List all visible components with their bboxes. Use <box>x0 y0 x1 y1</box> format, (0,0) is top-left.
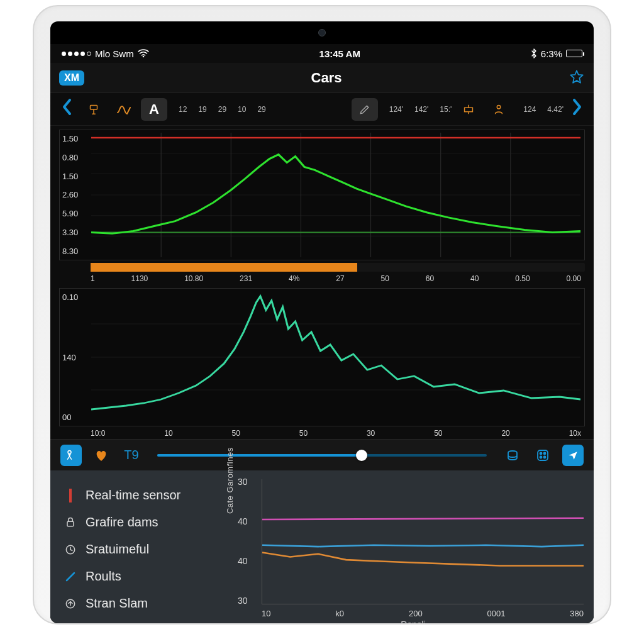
chart-middle-plot <box>91 291 580 423</box>
xtick: 10.80 <box>184 274 203 283</box>
tick: 12 <box>179 105 187 114</box>
bluetooth-icon <box>531 48 537 58</box>
lock-icon <box>63 516 78 529</box>
chart-top-plot <box>91 133 580 257</box>
tool-signpost-icon[interactable] <box>80 98 107 121</box>
slider-fill <box>157 454 362 457</box>
tick: 10 <box>238 105 246 114</box>
tool-person-icon[interactable] <box>486 98 512 121</box>
ctrl-heart-icon[interactable] <box>91 445 112 466</box>
ytick: 40 <box>238 556 259 566</box>
time-progress-fill <box>91 263 357 272</box>
ytick: 1.50 <box>62 134 89 143</box>
favorite-button[interactable] <box>569 69 585 87</box>
tick: 29 <box>257 105 265 114</box>
tool-target-icon[interactable] <box>455 98 482 121</box>
xtick: 1130 <box>131 274 148 283</box>
xtick: k0 <box>335 609 344 618</box>
next-button[interactable] <box>567 98 586 120</box>
bottom-panel: Real-time sensor Grafire dams Sratuimefu… <box>50 470 594 623</box>
ytick: 0.10 <box>62 292 89 302</box>
ytick: 2.60 <box>62 190 89 199</box>
clock-label: 13:45 AM <box>319 48 360 59</box>
prev-button[interactable] <box>58 98 77 120</box>
battery-icon <box>566 50 582 57</box>
toolbar-ticks-right: 124' 142' 15:' <box>389 105 452 114</box>
tool-edit-icon[interactable] <box>352 98 378 121</box>
xtick: 60 <box>426 274 434 283</box>
ytick: 3.30 <box>62 228 89 237</box>
xm-button[interactable]: XM <box>59 70 84 86</box>
chart-middle[interactable]: 0.10 140 00 <box>59 288 585 426</box>
svg-point-3 <box>497 105 501 109</box>
chart-middle-xaxis: 10:0 10 50 50 30 50 20 10x <box>50 426 594 439</box>
slider-thumb[interactable] <box>356 450 367 461</box>
clock-icon <box>63 543 78 556</box>
bezel: Mlo Swm 13:45 AM 6:3% <box>50 21 594 623</box>
xtick: 0.50 <box>515 274 530 283</box>
signal-strength-icon <box>62 52 91 56</box>
chart-bottom[interactable]: Cate Garomfines 30 40 40 30 <box>233 470 594 623</box>
ctrl-ts-button[interactable]: T9 <box>121 445 142 466</box>
chart-top[interactable]: 1.50 0.80 1.50 2.60 5.90 3.30 8.30 <box>59 130 585 260</box>
svg-point-20 <box>68 450 71 453</box>
ytick: 30 <box>238 596 259 606</box>
chart-bottom-plot <box>262 479 584 604</box>
battery-pct-label: 6:3% <box>541 48 562 59</box>
wifi-icon <box>138 49 149 58</box>
xtick: 30 <box>367 429 375 438</box>
tick: 124' <box>389 105 403 114</box>
legend-item-roults[interactable]: Roults <box>63 563 226 590</box>
tick: 142' <box>414 105 428 114</box>
tick: 124 <box>523 105 536 114</box>
chart-bottom-yaxis: 30 40 40 30 <box>238 477 259 606</box>
legend-item-grafire[interactable]: Grafire dams <box>63 509 226 536</box>
tick: 19 <box>198 105 206 114</box>
svg-point-24 <box>540 456 542 458</box>
tick: 15:' <box>440 105 452 114</box>
chart-bottom-xaxis: 10 k0 200 0001 380 <box>262 609 584 618</box>
svg-rect-21 <box>538 450 548 460</box>
ytick: 30 <box>238 477 259 487</box>
arrow-up-circle-icon <box>63 597 78 610</box>
legend-item-realtime[interactable]: Real-time sensor <box>63 482 226 509</box>
ctrl-run-icon[interactable] <box>60 445 82 466</box>
xtick: 1 <box>91 274 95 283</box>
ytick: 1.50 <box>62 172 89 181</box>
xtick: 4% <box>289 274 299 283</box>
legend-item-stratum[interactable]: Sratuimeful <box>63 536 226 563</box>
legend-label: Roults <box>86 569 121 584</box>
tool-letter-button[interactable]: A <box>141 98 167 121</box>
red-bar-icon <box>63 489 78 502</box>
tool-wave-icon[interactable] <box>111 98 137 121</box>
ytick: 5.90 <box>62 209 89 218</box>
tick: 29 <box>218 105 226 114</box>
xtick: 10x <box>569 429 581 438</box>
ctrl-share-icon[interactable] <box>562 445 584 466</box>
xtick: 20 <box>501 429 509 438</box>
xtick: 40 <box>470 274 479 283</box>
time-slider[interactable] <box>157 454 487 457</box>
xtick: 27 <box>336 274 344 283</box>
xtick: 10 <box>164 429 172 438</box>
carrier-label: Mlo Swm <box>95 48 134 59</box>
ctrl-layers-icon[interactable] <box>502 445 523 466</box>
front-camera-icon <box>318 29 326 36</box>
legend-item-stran[interactable]: Stran Slam <box>63 590 226 617</box>
time-progress[interactable] <box>91 263 585 272</box>
toolbar-ticks-far: 124 4.42' <box>523 105 564 114</box>
legend-label: Real-time sensor <box>86 488 180 502</box>
svg-rect-26 <box>67 521 74 526</box>
ipad-device: Mlo Swm 13:45 AM 6:3% <box>33 5 611 625</box>
xtick: 50 <box>299 429 308 438</box>
svg-point-23 <box>544 452 546 454</box>
navbar: XM Cars <box>50 63 594 93</box>
xtick: 50 <box>381 274 389 283</box>
legend-label: Sratuimeful <box>86 542 149 557</box>
toolbar: A 12 19 29 10 29 124' 142' 15:' <box>50 93 594 126</box>
xtick: 50 <box>434 429 442 438</box>
svg-point-22 <box>540 452 542 454</box>
ytick: 40 <box>238 516 259 526</box>
svg-rect-2 <box>465 108 473 111</box>
ctrl-dice-icon[interactable] <box>532 445 553 466</box>
